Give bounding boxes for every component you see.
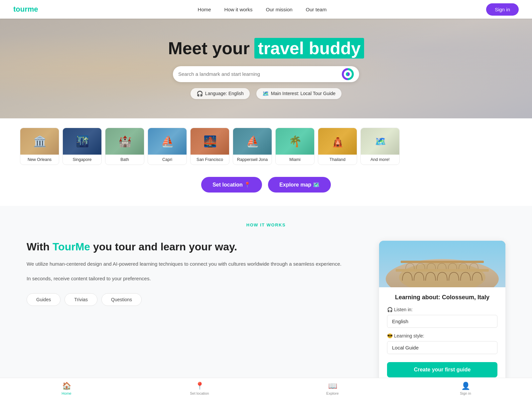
- hero-title-part1: Meet your: [168, 39, 254, 58]
- destinations-section: 🏛️ New Orleans 🌃 Singapore 🏰 Bath ⛵ Capr…: [0, 118, 532, 206]
- dest-label-rapperswil: Rapperswil Jona: [233, 155, 272, 165]
- search-ring-icon[interactable]: [342, 68, 354, 80]
- hero-content: Meet your travel buddy 🎧 Language: Engli…: [0, 38, 532, 99]
- navbar: tourme Home How it works Our mission Our…: [0, 0, 532, 19]
- bottom-nav-signin[interactable]: 👤 Sign in: [399, 382, 532, 395]
- how-left-panel: With TourMe you tour and learn your way.…: [27, 241, 359, 306]
- explore-icon: 📖: [328, 382, 337, 390]
- brand-logo[interactable]: tourme: [13, 5, 38, 14]
- demo-learning-label: 😎 Learning style:: [387, 333, 497, 338]
- dest-label-capri: Capri: [148, 155, 187, 165]
- dest-label-miami: Miami: [276, 155, 314, 165]
- language-select[interactable]: English Spanish French German Italian Po…: [387, 315, 497, 328]
- destinations-scroll: 🏛️ New Orleans 🌃 Singapore 🏰 Bath ⛵ Capr…: [0, 128, 532, 170]
- hero-pill-language-label: Language: English: [205, 91, 244, 96]
- bottom-nav-home[interactable]: 🏠 Home: [0, 382, 133, 395]
- bottom-nav-set-location-label: Set location: [190, 391, 209, 395]
- how-desc-2: In seconds, receive content tailored to …: [27, 274, 359, 283]
- how-section-label: HOW IT WORKS: [27, 222, 505, 227]
- dest-img-singapore: 🌃: [63, 128, 102, 155]
- create-guide-button[interactable]: Create your first guide: [387, 362, 497, 377]
- dest-img-new-orleans: 🏛️: [20, 128, 59, 155]
- bottom-nav-set-location[interactable]: 📍 Set location: [133, 382, 266, 395]
- hero-search-wrap: [173, 66, 359, 82]
- headphone-icon: 🎧: [197, 90, 203, 97]
- hero-section: Meet your travel buddy 🎧 Language: Engli…: [0, 19, 532, 118]
- dest-card-miami[interactable]: 🌴 Miami: [275, 128, 315, 165]
- how-tabs: Guides Trivias Questions: [27, 293, 359, 306]
- dest-img-thailand: 🛕: [318, 128, 357, 155]
- dest-label-more: And more!: [361, 155, 399, 165]
- dest-img-miami: 🌴: [276, 128, 315, 155]
- demo-card-title: Learning about: Colosseum, Italy: [387, 294, 497, 301]
- dest-label-thailand: Thailand: [318, 155, 357, 165]
- dest-img-rapperswil: ⛵: [233, 128, 272, 155]
- svg-rect-4: [401, 261, 484, 263]
- dest-card-more[interactable]: 🗺️ And more!: [360, 128, 400, 165]
- demo-listen-label: 🎧 Listen in:: [387, 307, 497, 312]
- how-right-panel: Learning about: Colosseum, Italy 🎧 Liste…: [379, 241, 505, 385]
- dest-img-capri: ⛵: [148, 128, 187, 155]
- nav-how-it-works[interactable]: How it works: [224, 7, 253, 12]
- hero-search-row: [0, 66, 532, 82]
- svg-rect-3: [396, 269, 489, 272]
- location-icon: 📍: [195, 382, 204, 390]
- hero-title: Meet your travel buddy: [0, 38, 532, 58]
- how-content: With TourMe you tour and learn your way.…: [27, 241, 505, 385]
- how-desc-1: We utilize human-centered design and AI-…: [27, 260, 359, 268]
- bottom-nav-explore-label: Explore: [326, 391, 338, 395]
- hero-pills: 🎧 Language: English 🗺️ Main Interest: Lo…: [0, 88, 532, 99]
- dest-card-san-francisco[interactable]: 🌉 San Francisco: [190, 128, 229, 165]
- dest-label-new-orleans: New Orleans: [20, 155, 59, 165]
- how-title: With TourMe you tour and learn your way.: [27, 241, 359, 253]
- dest-img-bath: 🏰: [105, 128, 144, 155]
- set-location-button[interactable]: Set location 📍: [201, 177, 262, 193]
- demo-card-body: Learning about: Colosseum, Italy 🎧 Liste…: [379, 287, 505, 385]
- nav-home[interactable]: Home: [198, 7, 211, 12]
- dest-card-rapperswil[interactable]: ⛵ Rapperswil Jona: [233, 128, 272, 165]
- nav-links: Home How it works Our mission Our team: [198, 7, 327, 12]
- search-input[interactable]: [178, 71, 342, 77]
- nav-mission[interactable]: Our mission: [266, 7, 293, 12]
- cta-row: Set location 📍 Explore map 🗺️: [0, 170, 532, 202]
- bottom-nav-signin-label: Sign in: [460, 391, 471, 395]
- learning-style-select[interactable]: Local Guide Academic Story Teller Quiz M…: [387, 341, 497, 354]
- bottom-nav: 🏠 Home 📍 Set location 📖 Explore 👤 Sign i…: [0, 378, 532, 399]
- ring-icon-dot: [346, 72, 350, 76]
- dest-img-more: 🗺️: [361, 128, 400, 155]
- demo-card: Learning about: Colosseum, Italy 🎧 Liste…: [379, 241, 505, 385]
- dest-card-singapore[interactable]: 🌃 Singapore: [63, 128, 102, 165]
- tab-guides[interactable]: Guides: [27, 293, 61, 306]
- tab-trivias[interactable]: Trivias: [65, 293, 97, 306]
- how-it-works-section: HOW IT WORKS With TourMe you tour and le…: [0, 206, 532, 399]
- dest-card-bath[interactable]: 🏰 Bath: [105, 128, 144, 165]
- how-title-part1: With: [27, 241, 53, 253]
- hero-pill-interest[interactable]: 🗺️ Main Interest: Local Tour Guide: [256, 88, 341, 99]
- demo-card-image: [379, 241, 505, 287]
- dest-label-singapore: Singapore: [63, 155, 101, 165]
- how-title-part2: you tour and learn your way.: [90, 241, 237, 253]
- nav-team[interactable]: Our team: [306, 7, 327, 12]
- colosseum-illustration: [379, 241, 505, 287]
- home-icon: 🏠: [62, 382, 71, 390]
- interest-icon: 🗺️: [262, 90, 269, 97]
- dest-label-san-francisco: San Francisco: [191, 155, 229, 165]
- explore-map-button[interactable]: Explore map 🗺️: [268, 177, 331, 193]
- dest-card-new-orleans[interactable]: 🏛️ New Orleans: [20, 128, 59, 165]
- dest-card-capri[interactable]: ⛵ Capri: [148, 128, 187, 165]
- signin-button[interactable]: Sign in: [486, 3, 519, 16]
- bottom-nav-home-label: Home: [62, 391, 71, 395]
- bottom-nav-explore[interactable]: 📖 Explore: [266, 382, 399, 395]
- dest-label-bath: Bath: [105, 155, 144, 165]
- dest-img-sf: 🌉: [191, 128, 229, 155]
- ring-icon-inner: [344, 70, 352, 78]
- how-title-brand: TourMe: [53, 241, 90, 253]
- hero-pill-interest-label: Main Interest: Local Tour Guide: [271, 91, 335, 96]
- hero-title-highlight: travel buddy: [254, 38, 364, 59]
- tab-questions[interactable]: Questions: [101, 293, 142, 306]
- hero-pill-language[interactable]: 🎧 Language: English: [191, 88, 250, 99]
- dest-card-thailand[interactable]: 🛕 Thailand: [318, 128, 357, 165]
- user-icon: 👤: [461, 382, 470, 390]
